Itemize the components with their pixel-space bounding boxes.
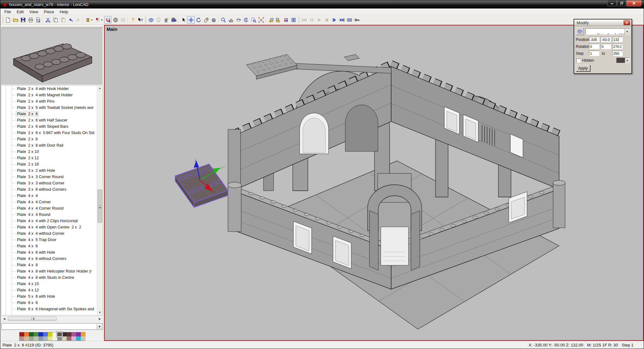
animation-icon[interactable] — [346, 16, 353, 24]
color-swatch[interactable] — [48, 332, 53, 336]
menu-item-edit[interactable]: Edit — [14, 9, 26, 15]
tree-item[interactable]: Plate 3 x 3 without Corner — [2, 180, 103, 186]
pan-icon[interactable] — [227, 16, 235, 24]
rotation-z-field[interactable] — [612, 44, 623, 49]
toolbar-gripper[interactable] — [2, 16, 3, 23]
menu-item-help[interactable]: Help — [57, 9, 71, 15]
menu-item-piece[interactable]: Piece — [41, 9, 57, 15]
tree-item[interactable]: Plate 2 x 8 with Door Rail — [2, 142, 103, 149]
piece-preview[interactable] — [1, 28, 103, 85]
step-last-icon[interactable] — [338, 16, 346, 24]
tree-item[interactable]: Plate 3 x 3 Corner Round — [2, 174, 103, 180]
tree-item[interactable]: Plate 6 x 6 — [2, 300, 103, 306]
selected-piece[interactable] — [175, 159, 228, 207]
color-swatch[interactable] — [62, 336, 67, 341]
color-swatch[interactable] — [81, 332, 86, 336]
tree-item[interactable]: Plate 4 x 6 — [2, 243, 103, 249]
print-icon[interactable] — [27, 16, 34, 24]
undo-icon[interactable] — [67, 16, 74, 24]
color-swatch[interactable] — [29, 332, 34, 336]
restore-button[interactable] — [617, 0, 626, 6]
color-picker[interactable]: ▼ — [616, 58, 630, 63]
scrollbar-thumb[interactable] — [97, 189, 102, 223]
scroll-left-icon[interactable]: ◀ — [2, 316, 7, 321]
scroll-down-icon[interactable]: ▼ — [97, 310, 103, 315]
minifig-wizard-icon[interactable] — [282, 16, 290, 24]
play-icon[interactable] — [315, 16, 323, 24]
color-swatch[interactable] — [43, 332, 48, 336]
zoom-extents-icon[interactable] — [257, 16, 265, 24]
color-swatch[interactable] — [67, 332, 71, 336]
piece-select[interactable]: Plate 2 x 6 #119 ▼ — [586, 28, 630, 35]
color-swatch[interactable] — [53, 332, 57, 336]
color-swatch[interactable] — [38, 336, 43, 341]
minimize-button[interactable] — [607, 0, 617, 6]
new-file-icon[interactable] — [4, 16, 12, 24]
piece-previous-icon[interactable] — [267, 16, 275, 24]
tree-item[interactable]: Plate 2 x 6 with Sloped Bars — [2, 123, 103, 130]
color-swatch[interactable] — [19, 332, 24, 336]
tree-item[interactable]: Plate 2 x 4 with Magnet Holder — [2, 92, 103, 98]
pieces-tree[interactable]: Plate 2 x 4 with Hook HolderPlate 2 x 4 … — [1, 85, 103, 315]
tree-item[interactable]: Plate 4 x 4 without Corner — [2, 230, 103, 237]
color-swatch[interactable] — [24, 332, 29, 336]
tree-item[interactable]: Plate 4 x 4 with 2 Clips Horizontal — [2, 218, 103, 224]
hidden-checkbox[interactable] — [576, 59, 580, 63]
tree-item[interactable]: Plate 4 x 4 Corner Round — [2, 205, 103, 211]
position-y-field[interactable] — [601, 37, 611, 42]
array-icon[interactable] — [290, 16, 297, 24]
stop-icon[interactable] — [323, 16, 330, 24]
select-icon[interactable] — [180, 16, 187, 24]
tree-item[interactable]: Plate 6 x 6 Hexagonal with Six Spokes an… — [2, 306, 103, 312]
tree-item[interactable]: Plate 2 x 6 x 0.667 with Four Studs On S… — [2, 130, 103, 136]
snap-angle-icon[interactable] — [104, 16, 112, 24]
color-swatch[interactable] — [34, 332, 38, 336]
chevron-down-icon[interactable]: ▼ — [97, 324, 102, 329]
close-button[interactable] — [627, 0, 641, 6]
tree-item[interactable]: Plate 4 x 10 — [2, 281, 103, 287]
tree-item[interactable]: Plate 4 x 5 Trap Door — [2, 237, 103, 243]
color-swatch[interactable] — [24, 336, 29, 341]
color-swatch[interactable] — [76, 336, 81, 341]
step-previous-icon[interactable] — [308, 16, 315, 24]
toolbar-gripper[interactable] — [145, 16, 146, 23]
open-file-icon[interactable] — [12, 16, 19, 24]
tree-item[interactable]: Plate 2 x 16 — [2, 161, 103, 167]
step-first-icon[interactable] — [300, 16, 308, 24]
orthographic-icon[interactable] — [119, 16, 127, 24]
move-icon[interactable] — [187, 16, 195, 24]
color-swatch[interactable] — [57, 332, 62, 336]
tree-item[interactable]: Plate 4 x 6 with Hole — [2, 249, 103, 256]
rotation-x-field[interactable] — [589, 44, 599, 49]
position-z-field[interactable] — [612, 37, 623, 42]
zoom-region-icon[interactable] — [250, 16, 257, 24]
tree-item[interactable]: Plate 2 x 5 with Towball Socket (needs w… — [2, 104, 103, 111]
apply-button[interactable]: Apply — [576, 65, 590, 71]
tree-item[interactable]: Plate 2 x 12 — [2, 155, 103, 161]
chevron-down-icon[interactable]: ▼ — [625, 58, 630, 63]
cut-icon[interactable] — [44, 16, 52, 24]
spray-paint-icon[interactable] — [162, 16, 170, 24]
tree-item[interactable]: Plate 2 x 8 — [2, 136, 103, 142]
color-swatch[interactable] — [71, 332, 76, 336]
color-combo[interactable]: ▼ — [1, 323, 103, 330]
scroll-right-icon[interactable]: ▶ — [97, 316, 103, 321]
tree-item[interactable]: Plate 4 x 8 — [2, 262, 103, 268]
color-swatch[interactable] — [34, 336, 38, 341]
rotation-y-field[interactable] — [601, 44, 611, 49]
piece-next-icon[interactable] — [275, 16, 282, 24]
context-help-icon[interactable]: ? — [136, 16, 144, 24]
color-swatch[interactable] — [38, 332, 43, 336]
step-from-field[interactable] — [589, 51, 599, 56]
snap-grid-icon[interactable]: ▼ — [94, 16, 104, 24]
panel-splitter[interactable] — [1, 25, 103, 27]
zoom-icon[interactable] — [219, 16, 227, 24]
save-file-icon[interactable] — [19, 16, 27, 24]
help-icon[interactable]: ? — [129, 16, 136, 24]
chevron-down-icon[interactable]: ▼ — [625, 29, 630, 34]
color-swatch[interactable] — [62, 332, 67, 336]
tree-item[interactable]: Plate 3 x 2 with Hole — [2, 167, 103, 174]
tree-item[interactable]: Plate 4 x 4 with Open Centre 2 x 2 — [2, 224, 103, 230]
camera-icon[interactable] — [170, 16, 177, 24]
tree-item[interactable]: Plate 2 x 4 with Pins — [2, 98, 103, 104]
